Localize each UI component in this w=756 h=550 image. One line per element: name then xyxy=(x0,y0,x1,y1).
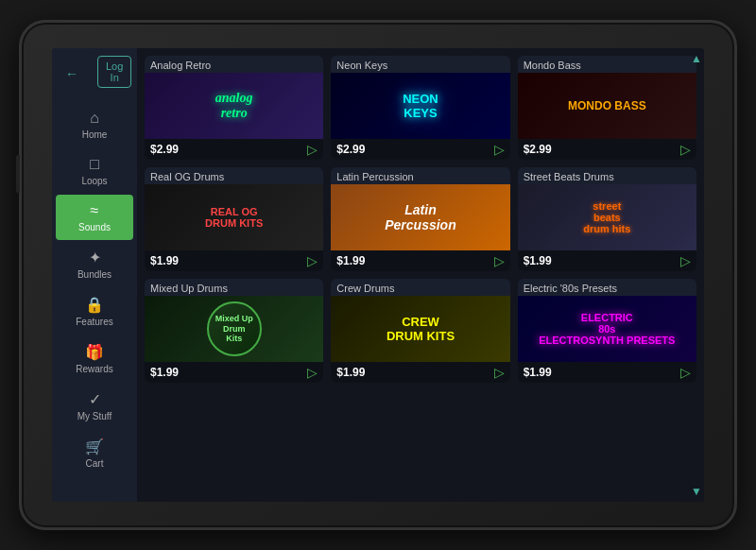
home-icon: ⌂ xyxy=(90,110,99,127)
product-title-mixed-up-drums: Mixed Up Drums xyxy=(145,279,323,296)
product-price-mixed-up-drums: $1.99 xyxy=(150,366,179,379)
features-icon: 🔒 xyxy=(85,296,104,314)
sidebar-item-home[interactable]: ⌂ Home xyxy=(56,102,133,147)
product-title-crew-drums: Crew Drums xyxy=(331,279,509,296)
sidebar-label-bundles: Bundles xyxy=(77,269,112,280)
play-button-mondo-bass[interactable]: ▷ xyxy=(680,143,691,156)
play-button-neon-keys[interactable]: ▷ xyxy=(494,143,505,156)
sidebar-item-mystuff[interactable]: ✓ My Stuff xyxy=(56,383,133,429)
sidebar-item-features[interactable]: 🔒 Features xyxy=(56,288,133,335)
product-price-electric-80s: $1.99 xyxy=(524,366,552,379)
product-card-latin-percussion: Latin Percussion LatinPercussion $1.99 ▷ xyxy=(331,167,509,271)
product-price-analog-retro: $2.99 xyxy=(150,143,179,156)
product-footer-mondo-bass: $2.99 ▷ xyxy=(518,139,696,160)
sidebar-item-loops[interactable]: □ Loops xyxy=(56,148,133,194)
product-price-mondo-bass: $2.99 xyxy=(524,143,552,156)
product-image-mixed-up-drums: Mixed UpDrumKits xyxy=(145,296,323,362)
product-footer-crew-drums: $1.99 ▷ xyxy=(331,362,509,383)
sidebar-item-cart[interactable]: 🛒 Cart xyxy=(56,430,133,476)
product-footer-mixed-up-drums: $1.99 ▷ xyxy=(145,362,323,383)
play-button-crew-drums[interactable]: ▷ xyxy=(494,366,505,379)
sidebar-item-rewards[interactable]: 🎁 Rewards xyxy=(56,335,133,382)
product-footer-latin-percussion: $1.99 ▷ xyxy=(331,250,509,271)
sidebar: ← Log In ⌂ Home □ Loops ≈ Sounds ✦ Bundl… xyxy=(52,48,137,502)
scroll-down-indicator[interactable]: ▼ xyxy=(691,485,702,498)
product-footer-electric-80s: $1.99 ▷ xyxy=(518,362,696,383)
product-title-latin-percussion: Latin Percussion xyxy=(331,167,509,184)
sidebar-label-rewards: Rewards xyxy=(76,364,112,374)
back-button[interactable]: ← xyxy=(58,66,86,85)
product-card-electric-80s: Electric '80s Presets ELECTRIC80sELECTRO… xyxy=(518,279,696,383)
product-card-mixed-up-drums: Mixed Up Drums Mixed UpDrumKits $1.99 ▷ xyxy=(145,279,323,383)
product-footer-neon-keys: $2.99 ▷ xyxy=(331,139,509,160)
loops-icon: □ xyxy=(90,156,99,173)
product-footer-analog-retro: $2.99 ▷ xyxy=(145,139,323,160)
product-title-analog-retro: Analog Retro xyxy=(145,56,323,73)
play-button-real-og-drums[interactable]: ▷ xyxy=(307,254,318,267)
product-image-latin-percussion: LatinPercussion xyxy=(331,184,509,250)
product-title-street-beats: Street Beats Drums xyxy=(518,167,696,184)
product-card-crew-drums: Crew Drums CREWDRUM KITS $1.99 ▷ xyxy=(331,279,509,383)
product-footer-real-og-drums: $1.99 ▷ xyxy=(145,250,323,271)
product-image-mondo-bass: MONDO BASS xyxy=(518,73,696,139)
product-price-street-beats: $1.99 xyxy=(524,254,552,267)
main-content: ▲ Analog Retro analogretro $2.99 ▷ Neon … xyxy=(137,48,704,502)
product-card-mondo-bass: Mondo Bass MONDO BASS $2.99 ▷ xyxy=(518,56,696,160)
play-button-electric-80s[interactable]: ▷ xyxy=(680,366,691,379)
product-image-crew-drums: CREWDRUM KITS xyxy=(331,296,509,362)
sidebar-label-cart: Cart xyxy=(86,458,104,469)
products-grid: Analog Retro analogretro $2.99 ▷ Neon Ke… xyxy=(145,56,696,383)
rewards-icon: 🎁 xyxy=(85,343,104,361)
product-image-analog-retro: analogretro xyxy=(145,73,323,139)
product-card-street-beats: Street Beats Drums streetbeatsdrum hits … xyxy=(518,167,696,271)
sidebar-label-sounds: Sounds xyxy=(78,222,111,232)
content-area[interactable]: ▲ Analog Retro analogretro $2.99 ▷ Neon … xyxy=(137,48,704,502)
product-title-electric-80s: Electric '80s Presets xyxy=(518,279,696,296)
sidebar-label-home: Home xyxy=(82,129,108,140)
product-card-analog-retro: Analog Retro analogretro $2.99 ▷ xyxy=(145,56,323,160)
tablet: ← Log In ⌂ Home □ Loops ≈ Sounds ✦ Bundl… xyxy=(19,20,737,530)
cart-icon: 🛒 xyxy=(85,438,104,455)
product-card-real-og-drums: Real OG Drums REAL OGDRUM KITS $1.99 ▷ xyxy=(145,167,323,271)
login-button[interactable]: Log In xyxy=(97,56,131,88)
product-title-real-og-drums: Real OG Drums xyxy=(145,167,323,184)
play-button-analog-retro[interactable]: ▷ xyxy=(307,143,318,156)
play-button-latin-percussion[interactable]: ▷ xyxy=(494,254,505,267)
sidebar-label-loops: Loops xyxy=(81,176,107,186)
mystuff-icon: ✓ xyxy=(89,390,101,408)
play-button-street-beats[interactable]: ▷ xyxy=(680,254,691,267)
product-price-crew-drums: $1.99 xyxy=(336,366,365,379)
sidebar-item-bundles[interactable]: ✦ Bundles xyxy=(56,241,133,287)
product-image-electric-80s: ELECTRIC80sELECTROSYNTH PRESETS xyxy=(518,296,696,362)
product-price-latin-percussion: $1.99 xyxy=(336,254,365,267)
sidebar-label-mystuff: My Stuff xyxy=(77,411,112,421)
product-image-neon-keys: NEONKEYS xyxy=(331,73,509,139)
bundles-icon: ✦ xyxy=(89,249,101,266)
screen: ← Log In ⌂ Home □ Loops ≈ Sounds ✦ Bundl… xyxy=(52,48,704,502)
sounds-icon: ≈ xyxy=(91,202,99,219)
product-card-neon-keys: Neon Keys NEONKEYS $2.99 ▷ xyxy=(331,56,509,160)
product-image-street-beats: streetbeatsdrum hits xyxy=(518,184,696,250)
product-image-real-og-drums: REAL OGDRUM KITS xyxy=(145,184,323,250)
product-title-mondo-bass: Mondo Bass xyxy=(518,56,696,73)
product-footer-street-beats: $1.99 ▷ xyxy=(518,250,696,271)
product-title-neon-keys: Neon Keys xyxy=(331,56,509,73)
sidebar-item-sounds[interactable]: ≈ Sounds xyxy=(56,195,133,240)
product-price-neon-keys: $2.99 xyxy=(336,143,365,156)
product-price-real-og-drums: $1.99 xyxy=(150,254,179,267)
play-button-mixed-up-drums[interactable]: ▷ xyxy=(307,366,318,379)
sidebar-label-features: Features xyxy=(76,317,112,327)
scroll-up-indicator[interactable]: ▲ xyxy=(691,52,702,65)
